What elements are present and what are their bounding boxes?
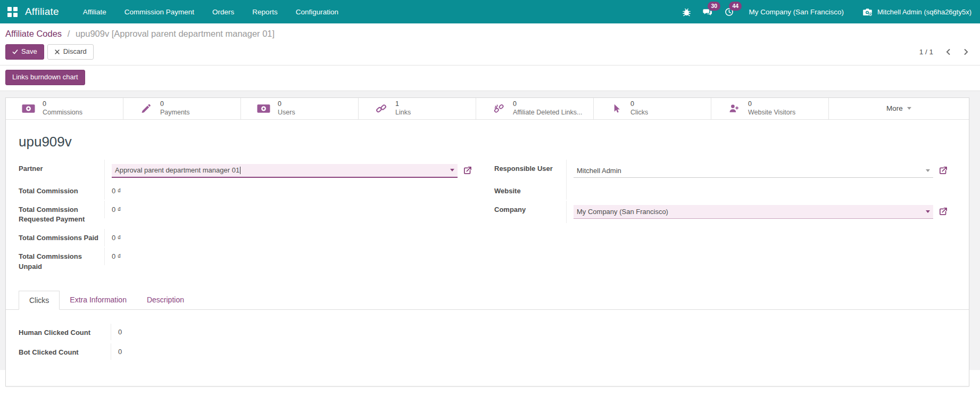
- pager-counter: 1 / 1: [919, 48, 933, 56]
- external-link-icon[interactable]: [939, 207, 948, 216]
- x-icon: [54, 49, 60, 55]
- human-clicked-count-label: Human Clicked Count: [19, 324, 111, 342]
- chevron-down-icon[interactable]: [450, 169, 454, 171]
- partner-input[interactable]: Approval parent department manager 01: [112, 164, 458, 178]
- total-commission-requested-payment-label: Total Commission Requested Payment: [19, 201, 104, 229]
- chevron-down-icon[interactable]: [926, 210, 930, 213]
- avatar-camera-icon: [862, 6, 873, 18]
- tab-clicks-content: Human Clicked Count 0 Bot Clicked Count …: [6, 310, 969, 362]
- total-commission-value: 0 ₫: [104, 182, 472, 200]
- breadcrumb: Affiliate Codes / upu909v [Approval pare…: [5, 29, 969, 39]
- app-brand[interactable]: Affiliate: [25, 6, 59, 18]
- tab-description[interactable]: Description: [137, 291, 194, 310]
- responsible-user-label: Responsible User: [494, 160, 566, 178]
- check-icon: [12, 49, 18, 55]
- messages-icon[interactable]: 30: [699, 4, 717, 20]
- responsible-user-input[interactable]: Mitchell Admin: [574, 164, 933, 178]
- pencil-icon: [139, 103, 153, 114]
- breadcrumb-current: upu909v [Approval parent department mana…: [76, 29, 275, 38]
- tab-extra-information[interactable]: Extra Information: [60, 291, 137, 310]
- stat-button-payments[interactable]: 0Payments: [123, 98, 241, 119]
- user-menu[interactable]: Mitchell Admin (sq6ha26gty5x): [854, 6, 974, 18]
- links-burndown-chart-button[interactable]: Links burndown chart: [5, 70, 85, 85]
- menu-commission-payment[interactable]: Commission Payment: [115, 0, 203, 23]
- stat-button-affiliate-deleted-links[interactable]: 0Affiliate Deleted Links...: [476, 98, 594, 119]
- chevron-down-icon: [907, 107, 911, 110]
- total-commission-label: Total Commission: [19, 182, 104, 201]
- pager-previous-icon[interactable]: [945, 48, 952, 55]
- apps-grid-icon[interactable]: [7, 7, 18, 17]
- notebook: Clicks Extra Information Description Hum…: [6, 290, 969, 363]
- external-link-icon[interactable]: [939, 166, 948, 175]
- debug-bug-icon[interactable]: [677, 4, 695, 20]
- company-input[interactable]: My Company (San Francisco): [574, 205, 933, 219]
- external-link-icon[interactable]: [463, 166, 472, 175]
- chain-broken-icon: [492, 103, 505, 114]
- total-commissions-paid-value: 0 ₫: [104, 229, 472, 247]
- money-icon: [22, 103, 35, 114]
- cursor-icon: [610, 103, 623, 114]
- bot-clicked-count-value: 0: [111, 343, 948, 360]
- stat-button-commissions[interactable]: 0Commissions: [6, 98, 123, 119]
- stat-button-links[interactable]: 1Links: [359, 98, 476, 119]
- user-name: Mitchell Admin (sq6ha26gty5x): [877, 8, 971, 16]
- stat-button-users[interactable]: 0Users: [241, 98, 359, 119]
- breadcrumb-parent-link[interactable]: Affiliate Codes: [5, 29, 62, 38]
- menu-orders[interactable]: Orders: [203, 0, 243, 23]
- form-fields: Partner Approval parent department manag…: [6, 150, 969, 276]
- pager-next-icon[interactable]: [962, 48, 969, 55]
- view-action-row: Links burndown chart: [0, 65, 980, 91]
- total-commissions-unpaid-label: Total Commissions Unpaid: [19, 248, 104, 276]
- breadcrumb-separator: /: [68, 29, 70, 38]
- main-menu: Affiliate Commission Payment Orders Repo…: [74, 0, 347, 23]
- human-clicked-count-value: 0: [111, 324, 948, 340]
- total-commissions-unpaid-value: 0 ₫: [104, 248, 472, 265]
- activities-clock-icon[interactable]: 44: [720, 4, 738, 20]
- activities-count-badge: 44: [729, 2, 742, 11]
- user-plus-icon: [727, 103, 741, 114]
- partner-label: Partner: [19, 160, 104, 178]
- website-label: Website: [494, 182, 566, 201]
- tab-clicks[interactable]: Clicks: [19, 291, 60, 310]
- discard-button[interactable]: Discard: [47, 44, 94, 60]
- text-cursor: [240, 167, 240, 174]
- chevron-down-icon[interactable]: [926, 169, 930, 172]
- chain-icon: [375, 103, 388, 114]
- record-title: upu909v: [6, 120, 969, 150]
- menu-affiliate[interactable]: Affiliate: [74, 0, 115, 23]
- control-panel: Affiliate Codes / upu909v [Approval pare…: [0, 23, 980, 65]
- form-sheet: 0Commissions 0Payments 0Users 1Links: [5, 97, 969, 387]
- website-value[interactable]: [566, 182, 948, 200]
- money-icon: [257, 103, 270, 114]
- stat-button-clicks[interactable]: 0Clicks: [594, 98, 711, 119]
- stat-more-dropdown[interactable]: More: [829, 98, 969, 119]
- top-navbar: Affiliate Affiliate Commission Payment O…: [0, 0, 980, 23]
- bot-clicked-count-label: Bot Clicked Count: [19, 343, 111, 362]
- save-button[interactable]: Save: [5, 44, 44, 60]
- stat-button-row: 0Commissions 0Payments 0Users 1Links: [6, 98, 969, 120]
- stat-button-website-visitors[interactable]: 0Website Visitors: [711, 98, 829, 119]
- menu-configuration[interactable]: Configuration: [287, 0, 347, 23]
- menu-reports[interactable]: Reports: [243, 0, 286, 23]
- content-area: 0Commissions 0Payments 0Users 1Links: [0, 91, 980, 370]
- messages-count-badge: 30: [708, 2, 720, 11]
- company-switcher[interactable]: My Company (San Francisco): [741, 8, 851, 16]
- total-commission-requested-payment-value: 0 ₫: [104, 201, 472, 218]
- company-label: Company: [494, 201, 566, 219]
- total-commissions-paid-label: Total Commissions Paid: [19, 229, 104, 248]
